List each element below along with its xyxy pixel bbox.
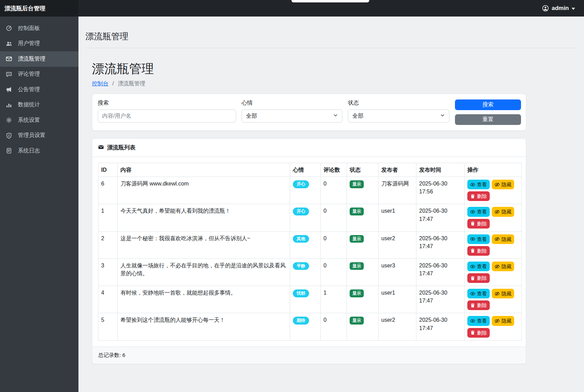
cell-comments: 0: [321, 177, 347, 204]
sidebar-item-dashboard[interactable]: 控制面板: [0, 21, 78, 36]
shield-icon: [6, 133, 12, 139]
table-row: 1 今天天气真好，希望能有人看到我的漂流瓶！ 开心 0 显示 user1 202…: [98, 204, 522, 231]
mood-badge: 平静: [293, 262, 309, 270]
delete-button[interactable]: 删除: [467, 273, 490, 283]
view-button-label: 查看: [477, 236, 487, 242]
table-row: 4 有时候，安静地听一首歌，就能想起很多事情。 忧郁 1 显示 user1 20…: [98, 286, 522, 313]
sidebar-item-comments[interactable]: 评论管理: [0, 67, 78, 82]
cell-publisher: user3: [379, 258, 416, 286]
sidebar-item-users[interactable]: 用户管理: [0, 36, 78, 52]
cell-status: 显示: [347, 313, 379, 340]
cell-comments: 1: [321, 286, 347, 313]
cell-id: 6: [98, 177, 118, 204]
status-select[interactable]: 全部: [348, 109, 449, 123]
page-title: 漂流瓶管理: [92, 61, 526, 77]
view-button-label: 查看: [477, 290, 487, 297]
search-input[interactable]: [98, 109, 236, 123]
cell-id: 5: [98, 313, 118, 340]
cell-time: 2025-06-30 17:47: [416, 286, 465, 313]
hide-button-label: 隐藏: [501, 236, 511, 242]
column-header-id: ID: [98, 163, 118, 177]
list-card-footer: 总记录数: 6: [92, 347, 526, 364]
view-button[interactable]: 查看: [467, 207, 490, 216]
cell-status: 显示: [347, 231, 379, 258]
column-header-time: 发布时间: [416, 163, 465, 177]
cell-publisher: user1: [379, 286, 416, 313]
eye-slash-icon: [495, 182, 500, 187]
cell-actions: 查看 隐藏 删除: [465, 231, 522, 258]
view-button[interactable]: 查看: [467, 289, 490, 298]
delete-button[interactable]: 删除: [467, 219, 490, 229]
status-badge: 显示: [350, 208, 364, 215]
delete-button[interactable]: 删除: [467, 246, 490, 256]
sidebar-item-announcements[interactable]: 公告管理: [0, 82, 78, 97]
status-badge: 显示: [350, 262, 364, 270]
cell-comments: 0: [321, 313, 347, 340]
trash-icon: [470, 330, 475, 335]
view-button[interactable]: 查看: [467, 316, 490, 326]
table-row: 6 刀客源码网 www.dkewl.com 开心 0 显示 刀客源码网 2025…: [98, 177, 522, 204]
view-button[interactable]: 查看: [467, 234, 490, 244]
hide-button[interactable]: 隐藏: [492, 262, 514, 271]
sidebar-item-stats[interactable]: 数据统计: [0, 97, 78, 113]
username: admin: [552, 5, 569, 12]
app-title: 漂流瓶后台管理: [0, 0, 78, 17]
delete-button-label: 删除: [477, 302, 487, 308]
view-button[interactable]: 查看: [467, 180, 490, 189]
caret-down-icon: [572, 7, 575, 10]
view-button-label: 查看: [477, 181, 487, 188]
sidebar-item-bottles[interactable]: 漂流瓶管理: [0, 51, 78, 67]
reset-button[interactable]: 重置: [455, 114, 521, 125]
trash-icon: [470, 276, 475, 281]
mood-select[interactable]: 全部: [242, 109, 342, 123]
sidebar-item-settings[interactable]: 系统设置: [0, 113, 78, 128]
cell-status: 显示: [347, 258, 379, 286]
comment-icon: [6, 71, 12, 77]
delete-button-label: 删除: [477, 193, 487, 199]
user-menu[interactable]: admin: [542, 0, 584, 17]
eye-slash-icon: [495, 318, 500, 324]
cell-time: 2025-06-30 17:47: [416, 258, 465, 286]
hide-button[interactable]: 隐藏: [492, 234, 514, 244]
cell-actions: 查看 隐藏 删除: [465, 258, 522, 286]
sidebar-item-label: 系统设置: [18, 117, 40, 124]
search-button[interactable]: 搜索: [455, 99, 521, 110]
delete-button[interactable]: 删除: [467, 300, 490, 310]
sidebar-item-label: 管理员设置: [18, 132, 45, 139]
cell-id: 3: [98, 258, 118, 286]
sidebar-item-label: 用户管理: [18, 40, 40, 47]
mood-badge: 开心: [293, 180, 309, 188]
hide-button[interactable]: 隐藏: [492, 289, 514, 298]
delete-button[interactable]: 删除: [467, 328, 490, 338]
hide-button[interactable]: 隐藏: [492, 316, 514, 326]
eye-icon: [470, 182, 475, 187]
status-badge: 显示: [350, 180, 364, 188]
cell-status: 显示: [347, 204, 379, 231]
search-label: 搜索: [98, 99, 236, 107]
column-header-comments: 评论数: [321, 163, 347, 177]
breadcrumb-current: 漂流瓶管理: [118, 81, 145, 86]
sidebar: 控制面板 用户管理 漂流瓶管理 评论管理 公告管理 数据统计 系统设置 管理员设…: [0, 17, 78, 392]
cell-comments: 0: [321, 204, 347, 231]
delete-button-label: 删除: [477, 248, 487, 254]
sidebar-item-logs[interactable]: 系统日志: [0, 143, 78, 159]
bottle-list-card: 漂流瓶列表 ID内容心情评论数状态发布者发布时间操作 6 刀客源码网 www.d…: [92, 138, 526, 364]
breadcrumb-link-console[interactable]: 控制台: [92, 81, 108, 86]
cell-comments: 0: [321, 258, 347, 286]
bottle-table: ID内容心情评论数状态发布者发布时间操作 6 刀客源码网 www.dkewl.c…: [98, 163, 522, 341]
hide-button[interactable]: 隐藏: [492, 207, 514, 216]
delete-button[interactable]: 删除: [467, 191, 490, 201]
trash-icon: [470, 303, 475, 308]
users-icon: [6, 41, 12, 47]
mood-badge: 开心: [293, 208, 309, 215]
sidebar-item-label: 公告管理: [18, 86, 40, 93]
cell-time: 2025-06-30 17:47: [416, 231, 465, 258]
view-button-label: 查看: [477, 263, 487, 269]
breadcrumb: 控制台 / 漂流瓶管理: [92, 80, 526, 87]
cell-content: 这是一个秘密：我很喜欢吃冰淇淋，但从不告诉别人~: [118, 231, 290, 258]
view-button[interactable]: 查看: [467, 262, 490, 271]
eye-icon: [470, 236, 475, 242]
sidebar-item-admins[interactable]: 管理员设置: [0, 128, 78, 144]
hide-button[interactable]: 隐藏: [492, 180, 514, 189]
eye-slash-icon: [495, 236, 500, 242]
